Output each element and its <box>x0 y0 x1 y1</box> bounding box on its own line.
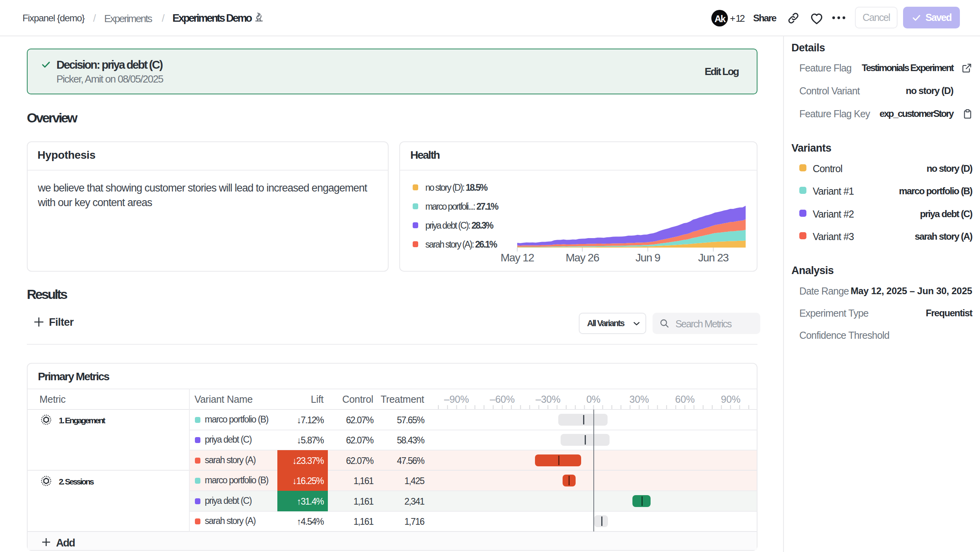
svg-text:Jun 9: Jun 9 <box>636 252 660 264</box>
svg-text:May 26: May 26 <box>566 252 599 264</box>
svg-text:Jun 23: Jun 23 <box>698 252 729 264</box>
svg-text:May 12: May 12 <box>501 252 534 264</box>
